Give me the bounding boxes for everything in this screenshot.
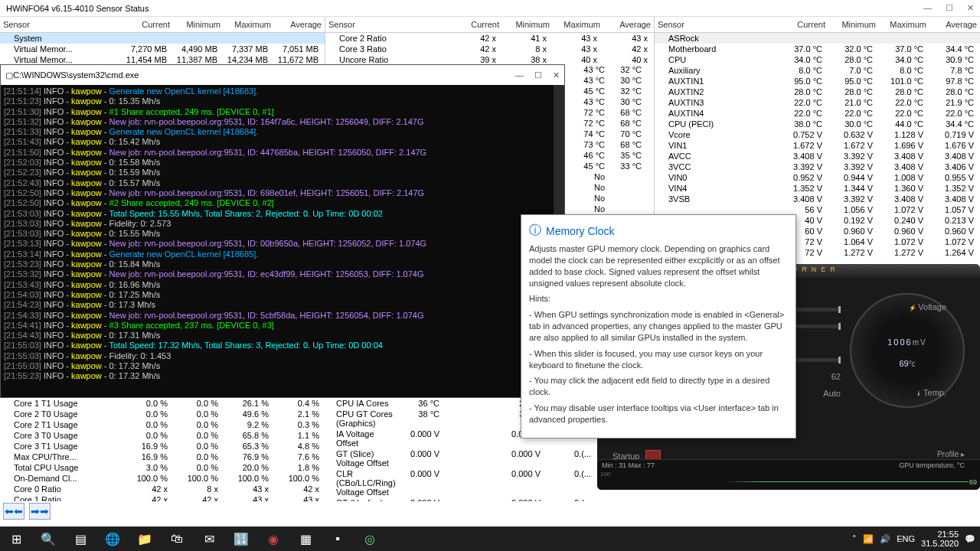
col-min[interactable]: Minimum — [173, 18, 224, 31]
table-row[interactable]: AUXTIN228.0 °C28.0 °C28.0 °C28.0 °C — [655, 86, 980, 97]
search-icon[interactable]: 🔍 — [32, 527, 64, 551]
table-row[interactable]: No — [565, 171, 654, 182]
table-row[interactable]: No — [565, 204, 654, 214]
table-row[interactable]: AVCC3.408 V3.392 V3.408 V3.408 V — [655, 151, 980, 161]
tray-vol-icon[interactable]: 🔊 — [880, 534, 890, 544]
cmd-icon[interactable]: ▪ — [322, 527, 354, 551]
table-row[interactable]: Vcore0.752 V0.632 V1.128 V0.719 V — [655, 129, 980, 140]
calc-icon[interactable]: 🔢 — [225, 527, 257, 551]
edge-icon[interactable]: 🌐 — [96, 527, 129, 551]
close-icon[interactable]: ✕ — [967, 3, 974, 13]
app-title: HWiNFO64 v6.15-4010 Sensor Status — [6, 4, 149, 13]
table-row[interactable]: 43 °C30 °C — [565, 96, 654, 107]
table-row[interactable]: ASRock — [655, 33, 980, 44]
tray-net-icon[interactable]: 📶 — [863, 534, 874, 544]
nav-back-button[interactable]: ⬅⬅ — [3, 503, 24, 520]
table-row[interactable]: GT (Unslice) Voltage Offset0.000 V0.000 … — [325, 497, 597, 501]
table-row[interactable]: CPU34.0 °C28.0 °C34.0 °C30.9 °C — [655, 54, 980, 65]
table-row[interactable]: Motherboard37.0 °C32.0 °C37.0 °C34.4 °C — [655, 44, 980, 54]
maximize-icon[interactable]: ☐ — [946, 3, 953, 13]
app3-icon[interactable]: ◎ — [354, 527, 386, 551]
table-row[interactable]: Core 3 T0 Usage0.0 %0.0 %65.8 %1.1 % — [0, 430, 325, 441]
table-row[interactable]: AUXTIN422.0 °C22.0 °C22.0 °C22.0 °C — [655, 108, 980, 119]
table-row[interactable]: 56 V1.056 V1.072 V1.057 V — [655, 204, 980, 215]
left-sensor-panel: Sensor Current Minimum Maximum Average S… — [0, 17, 325, 64]
table-row[interactable]: Core 2 Ratio42 x41 x43 x43 x — [325, 33, 654, 44]
table-row[interactable]: VIN41.352 V1.344 V1.360 V1.352 V — [655, 183, 980, 194]
table-row[interactable]: 3VSB3.408 V3.392 V3.408 V3.408 V — [655, 194, 980, 204]
tray-up-icon[interactable]: ˄ — [852, 534, 857, 544]
tooltip-title: Memory Clock — [529, 223, 788, 239]
table-row[interactable]: On-Demand Cl...100.0 %100.0 %100.0 %100.… — [0, 473, 325, 484]
cmd-icon: ▢ — [5, 70, 13, 80]
temp-graph[interactable]: Min : 31 Max : 77 GPU temperature, °C 10… — [597, 459, 980, 490]
memory-clock-tooltip: Memory Clock Adjusts master GPU memory c… — [521, 214, 796, 439]
table-row[interactable]: 43 °C32 °C — [565, 64, 654, 75]
col-avg[interactable]: Average — [274, 18, 325, 31]
taskbar[interactable]: ⊞ 🔍 ▤ 🌐 📁 🛍 ✉ 🔢 ◉ ▦ ▪ ◎ ˄ 📶 🔊 ENG 21:553… — [0, 527, 980, 551]
table-row[interactable]: Virtual Memor...11,454 MB11,387 MB14,234… — [0, 54, 325, 65]
table-row[interactable]: Core 1 T1 Usage0.0 %0.0 %26.1 %0.4 % — [0, 398, 325, 409]
panel-header[interactable]: Sensor Current Minimum Maximum Average — [0, 17, 325, 33]
table-row[interactable]: 74 °C70 °C — [565, 129, 654, 139]
col-current[interactable]: Current — [122, 18, 173, 31]
profile-selector[interactable]: Profile ▸ — [937, 450, 965, 458]
explorer-icon[interactable]: 📁 — [129, 527, 161, 551]
tray-lang[interactable]: ENG — [897, 534, 915, 543]
table-row[interactable]: VIN11.672 V1.672 V1.696 V1.676 V — [655, 140, 980, 151]
nav-fwd-button[interactable]: ➡➡ — [29, 503, 51, 520]
table-row[interactable]: 43 °C30 °C — [565, 75, 654, 86]
fan-auto-toggle[interactable]: Auto — [823, 389, 841, 398]
table-row[interactable]: No — [565, 182, 654, 193]
cmd-max-icon[interactable]: ☐ — [534, 70, 542, 80]
table-row[interactable]: Core 1 Ratio42 x42 x43 x43 x — [0, 494, 325, 501]
table-row[interactable]: No — [565, 193, 654, 204]
voltage-temp-gauge[interactable]: ⚡ Voltage 1006mV 69°c 🌡 Temp. — [850, 293, 965, 408]
table-row[interactable]: CPU (PECI)38.0 °C30.0 °C44.0 °C34.4 °C — [655, 119, 980, 129]
tray-notif-icon[interactable]: 💬 — [965, 534, 975, 544]
tray-clock[interactable]: 21:5531.5.2020 — [921, 530, 959, 548]
minimize-icon[interactable]: — — [923, 3, 932, 13]
table-row[interactable]: 46 °C35 °C — [565, 150, 654, 161]
table-row[interactable]: Core 3 T1 Usage16.9 %0.0 %65.3 %4.8 % — [0, 441, 325, 452]
table-row[interactable]: 73 °C68 °C — [565, 139, 654, 150]
main-titlebar: HWiNFO64 v6.15-4010 Sensor Status — ☐ ✕ — [0, 0, 980, 17]
app1-icon[interactable]: ◉ — [257, 527, 289, 551]
table-row[interactable]: 72 °C68 °C — [565, 107, 654, 118]
mail-icon[interactable]: ✉ — [193, 527, 225, 551]
mid-sensor-panel: Sensor Current Minimum Maximum Average C… — [325, 17, 655, 64]
table-row[interactable]: AUXTIN322.0 °C21.0 °C22.0 °C21.9 °C — [655, 97, 980, 108]
table-row[interactable]: CLR (CBo/LLC/Ring) Voltage Offset0.000 V… — [325, 468, 597, 497]
lower-left-panel: Core 1 T1 Usage0.0 %0.0 %26.1 %0.4 %Core… — [0, 398, 325, 501]
table-row[interactable]: GT (Slice) Voltage Offset0.000 V0.000 V0… — [325, 448, 597, 468]
col-sensor[interactable]: Sensor — [0, 18, 122, 31]
table-row[interactable]: VIN00.952 V0.944 V1.008 V0.955 V — [655, 172, 980, 183]
cmd-min-icon[interactable]: — — [515, 70, 524, 80]
table-row[interactable]: 45 °C32 °C — [565, 86, 654, 96]
table-row[interactable]: System — [0, 33, 325, 44]
cmd-close-icon[interactable]: ✕ — [553, 70, 560, 80]
table-row[interactable]: Virtual Memor...7,270 MB4,490 MB7,337 MB… — [0, 44, 325, 54]
cmd-title-text: C:\WINDOWS\system32\cmd.exe — [13, 70, 139, 80]
table-row[interactable]: Uncore Ratio39 x38 x40 x40 x — [325, 54, 654, 65]
table-row[interactable]: Core 2 T1 Usage0.0 %0.0 %9.2 %0.3 % — [0, 419, 325, 430]
table-row[interactable]: 72 °C68 °C — [565, 118, 654, 129]
cmd-output: [21:51:14] INFO - kawpow - Generate new … — [1, 85, 564, 383]
app2-icon[interactable]: ▦ — [289, 527, 322, 551]
cmd-window: ▢ C:\WINDOWS\system32\cmd.exe — ☐ ✕ [21:… — [0, 64, 565, 398]
cmd-titlebar[interactable]: ▢ C:\WINDOWS\system32\cmd.exe — ☐ ✕ — [1, 65, 564, 85]
table-row[interactable]: Auxiliary8.0 °C7.0 °C8.0 °C7.8 °C — [655, 65, 980, 76]
table-row[interactable]: Max CPU/Thre...16.9 %0.0 %76.9 %7.6 % — [0, 452, 325, 462]
table-row[interactable]: 45 °C33 °C — [565, 161, 654, 171]
table-row[interactable]: 3VCC3.392 V3.392 V3.408 V3.406 V — [655, 161, 980, 172]
table-row[interactable]: Total CPU Usage3.0 %0.0 %20.0 %1.8 % — [0, 462, 325, 473]
table-row[interactable]: AUXTIN195.0 °C95.0 °C101.0 °C97.8 °C — [655, 76, 980, 86]
table-row[interactable]: Core 0 Ratio42 x8 x43 x42 x — [0, 484, 325, 494]
taskview-icon[interactable]: ▤ — [64, 527, 96, 551]
table-row[interactable]: Core 2 T0 Usage0.0 %0.0 %49.6 %2.1 % — [0, 409, 325, 419]
table-row[interactable]: Core 3 Ratio42 x8 x43 x42 x — [325, 44, 654, 54]
store-icon[interactable]: 🛍 — [161, 527, 193, 551]
start-button[interactable]: ⊞ — [0, 527, 32, 551]
col-max[interactable]: Maximum — [224, 18, 274, 31]
